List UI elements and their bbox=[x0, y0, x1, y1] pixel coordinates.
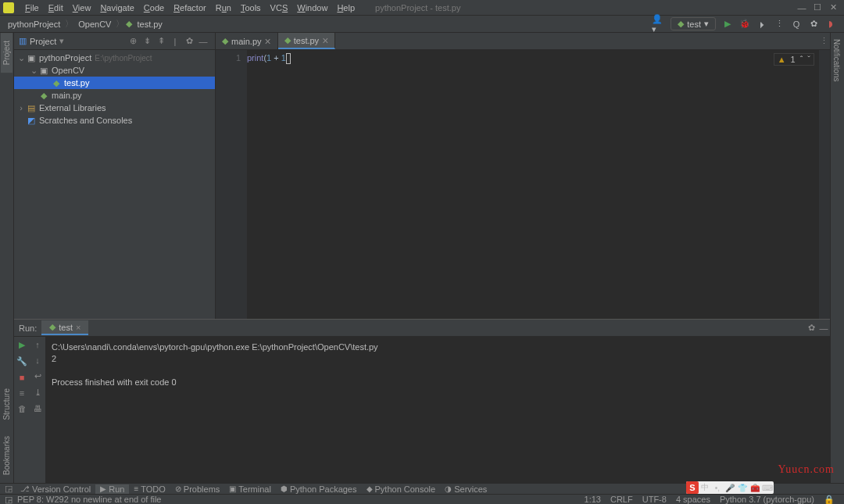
run-tab-test[interactable]: ◆ test × bbox=[41, 320, 88, 335]
toolbtn-todo[interactable]: ≡TODO bbox=[129, 484, 170, 494]
ime-lang[interactable]: 中 bbox=[699, 481, 711, 494]
close-button[interactable]: ✕ bbox=[825, 2, 841, 13]
inspection-widget[interactable]: ▲ 1 ˆ ˇ bbox=[774, 53, 814, 66]
minimize-button[interactable]: — bbox=[794, 3, 810, 13]
editor-more-icon[interactable]: ⋮ bbox=[817, 33, 830, 49]
tree-file-label: test.py bbox=[63, 78, 89, 88]
gear-icon[interactable]: ✿ bbox=[184, 36, 195, 46]
collapse-all-icon[interactable]: ⇞ bbox=[156, 36, 166, 46]
status-encoding[interactable]: UTF-8 bbox=[638, 495, 671, 504]
ime-punct-icon[interactable]: •, bbox=[711, 481, 724, 494]
tree-file-mainpy[interactable]: ◆ main.py bbox=[14, 89, 215, 102]
user-icon[interactable]: 👤▾ bbox=[652, 17, 666, 31]
menu-edit[interactable]: Edit bbox=[44, 3, 68, 13]
expand-all-icon[interactable]: ⇟ bbox=[141, 36, 152, 46]
delete-icon[interactable]: 🗑 bbox=[18, 404, 27, 413]
editor-tab-testpy[interactable]: ◆ test.py × bbox=[278, 33, 336, 49]
toolbtn-services[interactable]: ◑Services bbox=[440, 484, 492, 494]
select-open-file-icon[interactable]: ⊕ bbox=[127, 36, 138, 46]
tab-structure[interactable]: Structure bbox=[1, 381, 13, 428]
status-position[interactable]: 1:13 bbox=[580, 495, 606, 504]
close-tab-icon[interactable]: × bbox=[322, 34, 328, 47]
toolbtn-pypkg[interactable]: ⬢Python Packages bbox=[276, 484, 362, 494]
wrench-icon[interactable]: 🔧 bbox=[16, 356, 27, 366]
run-more-icon[interactable]: ⏵ bbox=[755, 17, 769, 31]
console-output[interactable]: C:\Users\nandi\.conda\envs\pytorch-gpu\p… bbox=[45, 337, 830, 483]
tree-folder-opencv[interactable]: ⌄ ▣ OpenCV bbox=[14, 64, 215, 77]
down-icon[interactable]: ˇ bbox=[807, 55, 810, 64]
toolbtn-pyconsole[interactable]: ◆Python Console bbox=[362, 484, 441, 494]
menu-view[interactable]: View bbox=[68, 3, 96, 13]
run-config-name: test bbox=[687, 20, 701, 29]
up-arrow-icon[interactable]: ↑ bbox=[35, 340, 40, 349]
ime-keyboard-icon[interactable]: ⌨ bbox=[761, 481, 774, 494]
menu-code[interactable]: Code bbox=[139, 3, 169, 13]
menu-vcs[interactable]: VCS bbox=[266, 3, 293, 13]
tab-project[interactable]: Project bbox=[1, 33, 13, 73]
down-arrow-icon[interactable]: ↓ bbox=[35, 356, 40, 365]
menu-run[interactable]: Run bbox=[211, 3, 236, 13]
breadcrumb-file[interactable]: test.py bbox=[134, 20, 165, 29]
collapsed-icon[interactable]: › bbox=[17, 103, 25, 113]
search-icon[interactable]: Q bbox=[789, 17, 803, 31]
expanded-icon[interactable]: ⌄ bbox=[30, 66, 38, 76]
layout-icon[interactable]: ≡ bbox=[20, 388, 24, 398]
breadcrumb-separator-icon: 〉 bbox=[114, 18, 126, 30]
run-panel-header: Run: ◆ test × ✿ — bbox=[14, 320, 830, 337]
tab-bookmarks[interactable]: Bookmarks bbox=[1, 428, 13, 483]
tree-scratches[interactable]: ◩ Scratches and Consoles bbox=[14, 114, 215, 127]
menu-window[interactable]: Window bbox=[292, 3, 332, 13]
menu-file[interactable]: FFileile bbox=[20, 3, 44, 13]
project-panel-title[interactable]: Project bbox=[30, 37, 56, 46]
rerun-icon[interactable]: ▶ bbox=[19, 340, 25, 350]
status-indent[interactable]: 4 spaces bbox=[671, 495, 715, 504]
status-interpreter[interactable]: Python 3.7 (pytorch-gpu) bbox=[715, 495, 819, 504]
code-token-operator: + bbox=[271, 53, 281, 63]
toolbtn-terminal[interactable]: ▣Terminal bbox=[224, 484, 276, 494]
run-config-selector[interactable]: ◆ test ▾ bbox=[671, 17, 716, 30]
breadcrumb-folder[interactable]: OpenCV bbox=[75, 20, 114, 29]
menu-tools[interactable]: Tools bbox=[236, 3, 266, 13]
ime-skin-icon[interactable]: 👕 bbox=[736, 481, 749, 494]
toolbtn-problems[interactable]: ⊘Problems bbox=[170, 484, 224, 494]
run-actions-left: ▶ 🔧 ■ ≡ 🗑 bbox=[14, 337, 30, 483]
expanded-icon[interactable]: ⌄ bbox=[17, 53, 25, 63]
ime-mic-icon[interactable]: 🎤 bbox=[724, 481, 736, 494]
toolbtn-vcs[interactable]: ⎇Version Control bbox=[16, 484, 95, 494]
status-line-sep[interactable]: CRLF bbox=[606, 495, 638, 504]
problems-icon: ⊘ bbox=[175, 484, 181, 493]
softwrap-icon[interactable]: ↩ bbox=[34, 371, 41, 381]
up-icon[interactable]: ˆ bbox=[800, 55, 803, 64]
settings-icon[interactable]: ✿ bbox=[806, 17, 821, 31]
menu-help[interactable]: Help bbox=[332, 3, 359, 13]
avatar-icon[interactable]: ◗ bbox=[824, 17, 838, 31]
menu-refactor[interactable]: Refactor bbox=[169, 3, 211, 13]
breadcrumb-project[interactable]: pythonProject bbox=[5, 20, 63, 29]
print-icon[interactable]: 🖶 bbox=[34, 404, 42, 413]
chevron-down-icon: ▾ bbox=[704, 19, 709, 29]
tool-window-quick-icon[interactable]: ◲ bbox=[5, 484, 16, 494]
close-tab-icon[interactable]: × bbox=[265, 35, 271, 48]
lock-icon[interactable]: 🔒 bbox=[819, 495, 839, 505]
ime-indicator[interactable]: S 中 •, 🎤 👕 🧰 ⌨ bbox=[686, 481, 774, 494]
tab-notifications[interactable]: Notifications bbox=[831, 33, 842, 88]
ime-tool-icon[interactable]: 🧰 bbox=[749, 481, 761, 494]
hide-panel-icon[interactable]: — bbox=[198, 37, 209, 46]
gear-icon[interactable]: ✿ bbox=[805, 323, 817, 333]
scroll-icon[interactable]: ⤓ bbox=[34, 388, 41, 398]
stop-icon[interactable]: ■ bbox=[20, 373, 25, 382]
toolbtn-run[interactable]: ▶Run bbox=[95, 484, 129, 494]
tree-file-testpy[interactable]: ◆ test.py bbox=[14, 77, 215, 89]
tree-root[interactable]: ⌄ ▣ pythonProject E:\pythonProject bbox=[14, 52, 215, 64]
chevron-down-icon[interactable]: ▾ bbox=[59, 36, 64, 46]
close-tab-icon[interactable]: × bbox=[76, 323, 80, 332]
tree-external-libraries[interactable]: › ▤ External Libraries bbox=[14, 102, 215, 114]
debug-button-icon[interactable]: 🐞 bbox=[738, 17, 752, 31]
hide-panel-icon[interactable]: — bbox=[817, 323, 830, 333]
menu-navigate[interactable]: Navigate bbox=[95, 3, 138, 13]
status-icon[interactable]: ◲ bbox=[5, 495, 13, 505]
editor-tab-mainpy[interactable]: ◆ main.py × bbox=[216, 33, 278, 49]
maximize-button[interactable]: ☐ bbox=[810, 2, 825, 13]
attach-icon[interactable]: ⋮ bbox=[772, 17, 786, 31]
run-button-icon[interactable]: ▶ bbox=[721, 17, 735, 31]
